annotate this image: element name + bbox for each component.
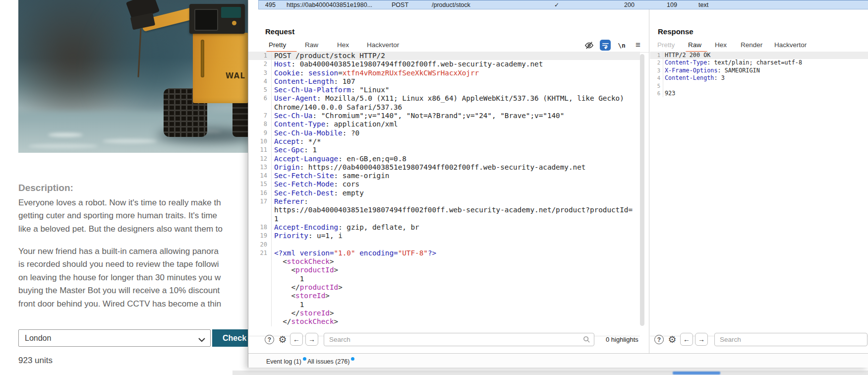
description-heading: Description: — [18, 183, 73, 193]
help-icon[interactable]: ? — [654, 335, 664, 344]
code-text — [274, 241, 640, 249]
prev-match-button[interactable]: ← — [680, 333, 693, 346]
code-text: Content-Type: text/plain; charset=utf-8 — [665, 59, 868, 66]
line-number — [248, 266, 272, 274]
description-line: getting cuter and sporting more human tr… — [18, 209, 248, 222]
code-text: User-Agent: Mozilla/5.0 (X11; Linux x86_… — [274, 94, 640, 103]
product-description-paragraph-1: Everyone loves a robot. Now it's time to… — [18, 196, 248, 236]
request-pane: Request Pretty Raw Hex Hackvertor \n ≡ 1… — [248, 9, 649, 353]
line-number — [248, 257, 272, 266]
response-pane: Response Pretty Raw Hex Render Hackverto… — [650, 9, 868, 353]
show-newlines-icon[interactable]: \n — [616, 40, 627, 51]
tab-hackvertor[interactable]: Hackvertor — [774, 41, 807, 49]
line-number: 1 — [650, 52, 663, 59]
next-match-button[interactable]: → — [305, 333, 318, 346]
line-number — [248, 283, 272, 292]
code-line: 16Sec-Fetch-Dest: empty — [248, 189, 640, 197]
next-match-button[interactable]: → — [695, 333, 708, 346]
code-line: 2Host: 0ab4000403851e19807494ff002f00ff.… — [248, 60, 640, 68]
word-wrap-icon[interactable] — [600, 40, 611, 51]
description-line: like a beloved pet. But the designers al… — [18, 223, 248, 236]
photo-ripple — [28, 144, 98, 148]
tab-hex[interactable]: Hex — [337, 41, 349, 49]
check-stock-button[interactable]: Check — [212, 329, 248, 347]
description-line: front door behind you. Wired CCTV has be… — [18, 298, 248, 311]
code-text: Content-Length: 3 — [665, 74, 868, 82]
response-editor[interactable]: 1HTTP/2 200 OK2Content-Type: text/plain;… — [650, 52, 868, 336]
code-line: </productId> — [248, 283, 640, 292]
help-icon[interactable]: ? — [265, 335, 274, 344]
code-line: 1 — [248, 215, 640, 223]
code-line: 1 — [248, 301, 640, 309]
store-select[interactable]: London — [18, 329, 211, 347]
prev-match-button[interactable]: ← — [290, 333, 303, 346]
row-method: POST — [392, 1, 408, 8]
event-log-button[interactable]: Event log (1) — [266, 357, 306, 365]
search-input-wrap — [714, 333, 868, 346]
tab-raw[interactable]: Raw — [688, 41, 701, 49]
robot-body-slot — [201, 40, 204, 77]
request-editor-toolbar: \n ≡ — [583, 39, 643, 51]
product-image: WAL — [18, 0, 252, 153]
code-line: 18Accept-Encoding: gzip, deflate, br — [248, 223, 640, 232]
line-number: 19 — [248, 232, 272, 240]
robot-head — [189, 4, 245, 34]
line-number — [248, 309, 272, 317]
line-number: 17 — [248, 197, 272, 206]
code-text: Priority: u=1, i — [274, 232, 640, 240]
code-text: Host: 0ab4000403851e19807494ff002f00ff.w… — [274, 60, 640, 68]
page-footer-strip — [232, 371, 868, 375]
row-index: 495 — [265, 1, 276, 8]
all-issues-button[interactable]: All issues (276) — [307, 357, 354, 365]
burp-footer-bar: Event log (1) All issues (276) — [248, 353, 868, 368]
gear-icon[interactable]: ⚙ — [277, 333, 289, 345]
response-search-input[interactable] — [714, 333, 868, 346]
gear-icon[interactable]: ⚙ — [666, 333, 678, 345]
code-line: Chrome/140.0.0.0 Safari/537.36 — [248, 103, 640, 112]
scrollbar-thumb[interactable] — [640, 54, 644, 326]
code-line: 19Priority: u=1, i — [248, 232, 640, 240]
code-text: https://0ab4000403851e19807494ff002f00ff… — [274, 206, 640, 214]
code-text: <stockCheck> — [274, 257, 640, 266]
line-number — [248, 103, 272, 112]
line-number: 3 — [248, 69, 272, 77]
tab-raw[interactable]: Raw — [305, 41, 318, 49]
event-log-label: Event log (1) — [266, 358, 301, 365]
code-line: 5Sec-Ch-Ua-Platform: "Linux" — [248, 86, 640, 94]
code-line: 17Referer: — [248, 197, 640, 206]
pane-divider[interactable] — [649, 9, 649, 353]
request-editor[interactable]: 1POST /product/stock HTTP/22Host: 0ab400… — [248, 52, 640, 336]
code-text: <storeId> — [274, 292, 640, 300]
code-text: Content-Type: application/xml — [274, 120, 640, 128]
line-number — [248, 317, 272, 326]
code-text: Origin: https://0ab4000403851e19807494ff… — [274, 163, 640, 172]
code-text: Content-Length: 107 — [274, 77, 640, 86]
description-line: Your new friend has a built-in camera al… — [18, 245, 248, 258]
code-text: 1 — [274, 275, 640, 283]
http-history-row[interactable]: 495 https://0ab4000403851e1980... POST /… — [258, 0, 868, 9]
request-search-input[interactable] — [324, 333, 594, 346]
photo-ripple — [48, 133, 83, 137]
tab-hackvertor[interactable]: Hackvertor — [367, 41, 399, 49]
code-text: Sec-Ch-Ua-Mobile: ?0 — [274, 129, 640, 137]
hide-eye-icon[interactable] — [583, 40, 594, 51]
code-line: 10Accept: */* — [248, 137, 640, 146]
request-editor-scrollbar[interactable] — [640, 54, 644, 333]
line-number: 11 — [248, 146, 272, 154]
code-line: 4Content-Length: 107 — [248, 77, 640, 86]
tab-hex[interactable]: Hex — [715, 41, 727, 49]
code-line: <storeId> — [248, 292, 640, 300]
line-number: 4 — [248, 77, 272, 86]
tab-pretty[interactable]: Pretty — [269, 41, 286, 49]
editor-menu-icon[interactable]: ≡ — [633, 40, 643, 51]
tab-render[interactable]: Render — [741, 41, 762, 49]
code-text: 1 — [274, 215, 640, 223]
code-text: 923 — [665, 90, 868, 97]
code-text: Accept-Language: en-GB,en;q=0.8 — [274, 155, 640, 163]
code-text: POST /product/stock HTTP/2 — [274, 52, 640, 60]
code-text: <?xml version="1.0" encoding="UTF-8"?> — [274, 249, 640, 257]
code-text: Sec-Ch-Ua-Platform: "Linux" — [274, 86, 640, 94]
tab-pretty[interactable]: Pretty — [657, 41, 675, 49]
description-line: is recorded should you need to review th… — [18, 258, 248, 271]
code-line: https://0ab4000403851e19807494ff002f00ff… — [248, 206, 640, 214]
